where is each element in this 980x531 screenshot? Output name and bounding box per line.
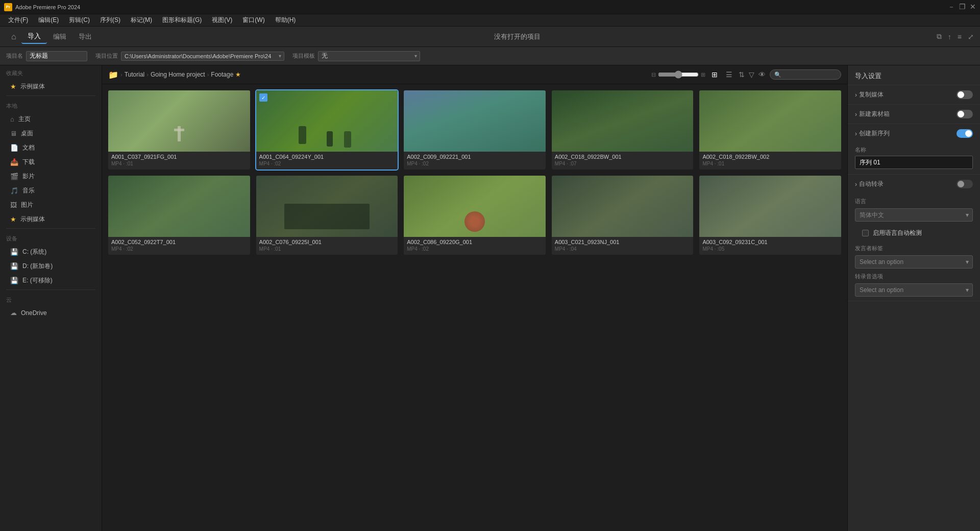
project-location-label: 项目位置	[95, 52, 118, 60]
sidebar-item-home[interactable]: ⌂ 主页	[2, 112, 100, 126]
thumb-card-6[interactable]: A002_C052_0922T7_001 MP4 · :02	[108, 176, 250, 255]
thumb-checkbox-2[interactable]: ✓	[259, 93, 267, 102]
auto-transcode-section: › 自动转录 语言 简体中文 启用语言自动检测	[848, 175, 980, 301]
thumb-card-4[interactable]: A002_C018_0922BW_001 MP4 · :07	[552, 90, 694, 170]
copy-media-arrow: ›	[855, 91, 857, 99]
copy-media-section: › 复制媒体	[848, 85, 980, 105]
menu-marker[interactable]: 标记(M)	[127, 15, 156, 26]
project-name-input[interactable]	[26, 51, 87, 61]
menu-clip[interactable]: 剪辑(C)	[65, 15, 94, 26]
menu-view[interactable]: 视图(V)	[208, 15, 236, 26]
window-controls[interactable]: － ❐ ✕	[948, 3, 976, 12]
sidebar-item-example-media[interactable]: ★ 示例媒体	[2, 80, 100, 93]
sidebar-item-onedrive[interactable]: ☁ OneDrive	[2, 306, 100, 319]
captions-select[interactable]: Select an option	[855, 255, 973, 269]
sidebar-item-label: 示例媒体	[20, 82, 45, 91]
pictures-icon: 🖼	[10, 201, 17, 209]
menu-file[interactable]: 文件(F)	[4, 15, 32, 26]
grid-view-button[interactable]: ⊞	[709, 69, 720, 80]
thumb-name-5: A002_C018_0922BW_002	[702, 154, 838, 160]
sidebar-item-c-drive[interactable]: 💾 C: (系统)	[2, 245, 100, 259]
sidebar-item-music[interactable]: 🎵 音乐	[2, 184, 100, 198]
copy-media-label: 复制媒体	[859, 90, 884, 99]
toggle-knob-3	[965, 130, 972, 137]
upload-icon[interactable]: ↑	[948, 33, 951, 41]
thumb-meta-1: MP4 · :01	[111, 161, 247, 166]
sidebar-item-desktop[interactable]: 🖥 桌面	[2, 127, 100, 140]
menu-graphics[interactable]: 图形和标题(G)	[158, 15, 206, 26]
auto-detect-checkbox[interactable]	[862, 230, 869, 236]
copy-media-toggle[interactable]	[957, 90, 973, 99]
sidebar-item-downloads[interactable]: 📥 下载	[2, 155, 100, 169]
new-bin-row: › 新建素材箱	[848, 105, 980, 124]
search-input[interactable]	[770, 69, 841, 80]
location-dropdown-icon[interactable]: ▾	[279, 53, 281, 59]
toggle-knob-4	[958, 181, 964, 187]
auto-detect-row: 启用语言自动检测	[855, 226, 973, 240]
auto-transcode-toggle[interactable]	[957, 180, 973, 188]
sidebar-item-pictures[interactable]: 🖼 图片	[2, 198, 100, 212]
language-select[interactable]: 简体中文	[855, 208, 973, 222]
breadcrumb-tutorial[interactable]: Tutorial	[125, 71, 145, 78]
thumb-image-8	[404, 176, 546, 237]
create-sequence-toggle[interactable]	[957, 129, 973, 138]
project-location-input[interactable]	[121, 52, 284, 61]
list-view-button[interactable]: ☰	[724, 69, 734, 80]
menu-help[interactable]: 帮助(H)	[271, 15, 300, 26]
menu-sequence[interactable]: 序列(S)	[96, 15, 125, 26]
maximize-icon[interactable]: ⤢	[968, 33, 974, 41]
export-button[interactable]: 导出	[72, 30, 98, 43]
breadcrumb-going-home[interactable]: Going Home project	[151, 71, 205, 78]
language-select-wrap: 简体中文	[855, 208, 973, 222]
sidebar-item-label: 下载	[22, 158, 35, 166]
hamburger-icon[interactable]: ≡	[958, 33, 962, 41]
breadcrumb-footage[interactable]: Footage	[211, 71, 233, 78]
menu-window[interactable]: 窗口(W)	[238, 15, 268, 26]
thumb-card-9[interactable]: A003_C021_0923NJ_001 MP4 · :04	[552, 176, 694, 255]
thumbnail-size-slider[interactable]	[658, 70, 699, 79]
main-area: 收藏夹 ★ 示例媒体 本地 ⌂ 主页 🖥 桌面 📄 文档 📥 下载 🎬 影片 🎵	[0, 65, 980, 531]
filter-icon[interactable]: ▽	[749, 70, 754, 79]
sidebar-item-movies[interactable]: 🎬 影片	[2, 170, 100, 183]
restore-icon[interactable]: ❐	[959, 3, 966, 12]
thumb-name-1: A001_C037_0921FG_001	[111, 154, 247, 160]
visibility-icon[interactable]: 👁	[758, 70, 766, 79]
thumb-card-3[interactable]: A002_C009_092221_001 MP4 · :02	[404, 90, 546, 170]
toolbar: ⌂ 导入 编辑 导出 没有打开的项目 ⧉ ↑ ≡ ⤢	[0, 27, 980, 47]
import-button[interactable]: 导入	[21, 30, 47, 44]
thumb-name-6: A002_C052_0922T7_001	[111, 239, 247, 245]
sidebar-item-label: 文档	[22, 143, 35, 152]
close-icon[interactable]: ✕	[970, 3, 976, 12]
drive-c-icon: 💾	[10, 248, 18, 256]
share-projects-icon[interactable]: ⧉	[937, 32, 942, 41]
transcode-select[interactable]: Select an option	[855, 283, 973, 297]
thumb-image-10	[699, 176, 841, 237]
edit-button[interactable]: 编辑	[47, 30, 72, 43]
home-button[interactable]: ⌂	[6, 30, 21, 43]
language-label: 语言	[855, 198, 973, 205]
thumb-meta-7: MP4 · :01	[259, 246, 395, 252]
thumb-card-1[interactable]: A001_C037_0921FG_001 MP4 · :01	[108, 90, 250, 170]
sequence-name-input[interactable]	[855, 156, 973, 169]
sidebar-item-documents[interactable]: 📄 文档	[2, 141, 100, 155]
thumb-card-10[interactable]: A003_C092_09231C_001 MP4 · :05	[699, 176, 841, 255]
thumb-meta-3: MP4 · :02	[407, 161, 543, 166]
thumb-image-9	[552, 176, 694, 237]
auto-detect-label: 启用语言自动检测	[873, 229, 922, 237]
thumb-card-2[interactable]: ✓ A001_C064_09224Y_001 MP4 · :02	[256, 90, 398, 170]
drive-d-icon: 💾	[10, 262, 18, 270]
new-bin-toggle[interactable]	[957, 110, 973, 118]
minimize-icon[interactable]: －	[948, 3, 955, 12]
folder-nav-icon[interactable]: 📁	[108, 70, 118, 80]
sidebar-item-d-drive[interactable]: 💾 D: (新加卷)	[2, 259, 100, 273]
menu-edit[interactable]: 编辑(E)	[34, 15, 63, 26]
sort-icon[interactable]: ⇅	[739, 70, 745, 79]
thumb-card-8[interactable]: A002_C086_09220G_001 MP4 · :02	[404, 176, 546, 255]
project-template-input[interactable]	[318, 51, 420, 61]
sidebar-item-example-media-2[interactable]: ★ 示例媒体	[2, 212, 100, 226]
template-dropdown-icon[interactable]: ▾	[414, 53, 417, 59]
breadcrumb-star-icon[interactable]: ★	[235, 71, 241, 78]
thumb-card-7[interactable]: A002_C076_09225I_001 MP4 · :01	[256, 176, 398, 255]
thumb-card-5[interactable]: A002_C018_0922BW_002 MP4 · :01	[699, 90, 841, 170]
sidebar-item-e-drive[interactable]: 💾 E: (可移除)	[2, 274, 100, 287]
